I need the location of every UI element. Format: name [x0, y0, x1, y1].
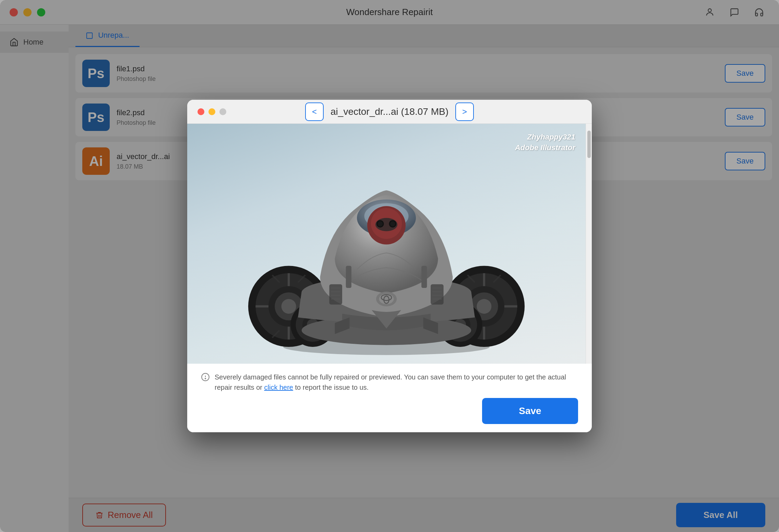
modal-scrollbar[interactable]: [586, 124, 592, 364]
modal-image-area: Zhyhappy321 Adobe Illustrator: [187, 124, 592, 364]
modal-footer-row: Save: [201, 398, 578, 424]
svg-point-19: [477, 299, 491, 314]
modal-maximize-button: [219, 108, 226, 115]
svg-rect-59: [421, 266, 427, 288]
svg-rect-49: [431, 284, 444, 304]
car-svg: [239, 124, 534, 364]
click-here-link[interactable]: click here: [264, 384, 293, 391]
modal-warning: Severely damaged files cannot be fully r…: [201, 372, 578, 392]
info-icon: [201, 373, 210, 385]
svg-point-42: [377, 221, 383, 226]
modal-prev-button[interactable]: <: [305, 102, 324, 121]
modal-navigation: < ai_vector_dr...ai (18.07 MB) >: [305, 102, 474, 121]
modal-image-container: Zhyhappy321 Adobe Illustrator: [187, 124, 586, 364]
image-credit: Zhyhappy321 Adobe Illustrator: [515, 132, 575, 153]
modal-save-button[interactable]: Save: [482, 398, 578, 424]
car-preview-image: Zhyhappy321 Adobe Illustrator: [187, 124, 586, 364]
svg-rect-48: [329, 284, 342, 304]
modal-minimize-button: [208, 108, 215, 115]
svg-point-45: [379, 294, 394, 304]
modal-dialog: < ai_vector_dr...ai (18.07 MB) > Zhyhapp…: [187, 100, 592, 432]
svg-point-7: [281, 299, 296, 314]
modal-backdrop: < ai_vector_dr...ai (18.07 MB) > Zhyhapp…: [0, 0, 779, 532]
modal-close-button[interactable]: [197, 108, 204, 115]
modal-scrollbar-thumb: [587, 131, 591, 158]
modal-traffic-lights: [197, 108, 226, 115]
modal-titlebar: < ai_vector_dr...ai (18.07 MB) >: [187, 100, 592, 124]
modal-filename: ai_vector_dr...ai (18.07 MB): [331, 106, 448, 117]
svg-point-43: [390, 221, 395, 226]
app-window: Wondershare Repairit Home: [0, 0, 779, 532]
svg-point-62: [205, 378, 206, 379]
svg-rect-58: [346, 266, 351, 288]
warning-text: Severely damaged files cannot be fully r…: [215, 372, 578, 392]
modal-next-button[interactable]: >: [455, 102, 474, 121]
modal-footer: Severely damaged files cannot be fully r…: [187, 364, 592, 432]
